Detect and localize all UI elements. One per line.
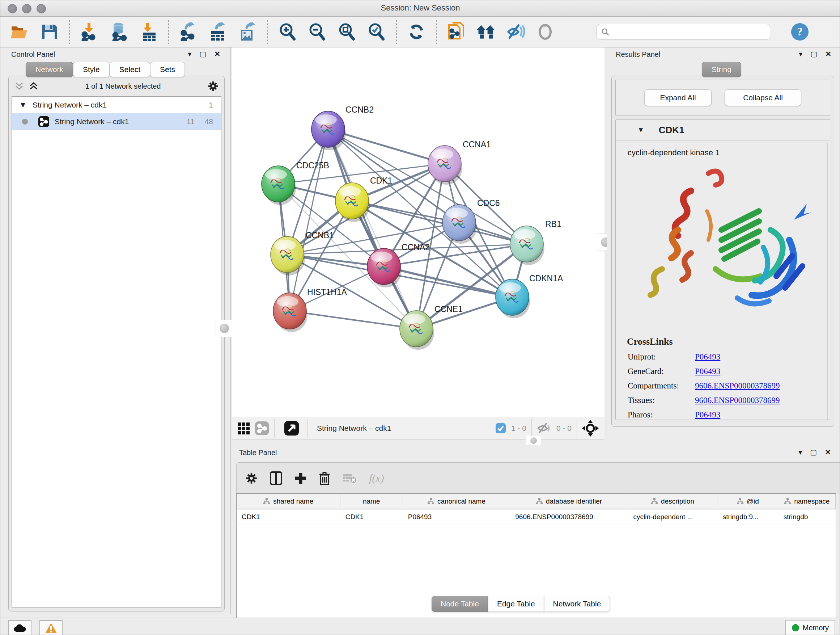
network-graph[interactable]: CCNB2CCNA1CDC25BCDK1CDC6RB1CCNB1CCNA2CDK…: [232, 48, 605, 417]
crosslink-link[interactable]: 9606.ENSP00000378699: [695, 396, 780, 405]
import-table-icon[interactable]: [139, 22, 158, 41]
cloud-icon: [14, 624, 26, 632]
control-panel-collapse-icon[interactable]: ▾: [188, 50, 191, 57]
export-table-icon[interactable]: [209, 22, 227, 41]
control-panel-close-icon[interactable]: ✕: [214, 50, 220, 57]
search-box[interactable]: [597, 24, 770, 40]
table-panel-close-icon[interactable]: ✕: [825, 448, 831, 456]
node-CDC6[interactable]: CDC6: [442, 198, 500, 244]
node-CDC25B[interactable]: CDC25B: [262, 161, 329, 205]
node-CDKN1A[interactable]: CDKN1A: [496, 274, 563, 318]
column-header-canonical-name[interactable]: canonical name: [403, 494, 510, 509]
open-session-icon[interactable]: [11, 22, 29, 41]
column-header-name[interactable]: name: [340, 494, 403, 509]
zoom-fit-icon[interactable]: [338, 22, 356, 41]
import-network-database-icon[interactable]: [110, 22, 128, 41]
warning-button[interactable]: [39, 620, 63, 635]
table-cell[interactable]: cyclin-dependent ...: [628, 509, 717, 524]
column-header-description[interactable]: description: [628, 494, 717, 509]
search-input[interactable]: [613, 27, 766, 36]
edge-HIST1H1A-CCNE1[interactable]: [290, 311, 416, 329]
table-cell[interactable]: stringdb:9...: [718, 509, 778, 524]
export-image-icon[interactable]: [238, 22, 257, 41]
tab-select[interactable]: Select: [110, 62, 150, 77]
control-panel-float-icon[interactable]: ▢: [199, 50, 206, 57]
expand-all-button[interactable]: Expand All: [644, 89, 712, 106]
tab-network-table[interactable]: Network Table: [544, 596, 610, 612]
control-panel-title: Control Panel: [11, 50, 55, 59]
disclosure-triangle-icon[interactable]: ▼: [19, 101, 27, 109]
bottom-splitter-handle[interactable]: [526, 436, 541, 445]
refresh-icon[interactable]: [407, 22, 426, 41]
collapse-all-button[interactable]: Collapse All: [725, 89, 801, 106]
node-RB1[interactable]: RB1: [510, 219, 561, 265]
birds-eye-view-icon[interactable]: [582, 420, 599, 437]
import-network-file-icon[interactable]: [80, 22, 99, 41]
crosslink-link[interactable]: 9606.ENSP00000378699: [695, 381, 780, 391]
table-cell[interactable]: CDK1: [340, 509, 403, 524]
column-header-shared-name[interactable]: shared name: [237, 494, 340, 509]
table-panel-collapse-icon[interactable]: ▾: [798, 448, 802, 456]
node-HIST1H1A[interactable]: HIST1H1A: [273, 287, 347, 332]
zoom-in-icon[interactable]: [278, 22, 297, 41]
selected-checkbox-icon[interactable]: [495, 423, 506, 434]
tab-string[interactable]: String: [702, 62, 741, 77]
help-icon[interactable]: ?: [790, 22, 809, 41]
column-header-@id[interactable]: @id: [717, 494, 778, 509]
gene-section-header[interactable]: ▼ CDK1: [616, 120, 830, 141]
results-panel-float-icon[interactable]: ▢: [810, 50, 817, 57]
crosslink-link[interactable]: P06493: [695, 352, 720, 362]
memory-button[interactable]: Memory: [785, 620, 835, 635]
edge-CCNB2-HIST1H1A[interactable]: [290, 129, 328, 311]
detach-view-icon[interactable]: [284, 421, 299, 436]
tab-sets[interactable]: Sets: [150, 62, 185, 77]
table-cell[interactable]: stringdb: [778, 509, 836, 524]
table-cell[interactable]: CDK1: [237, 509, 340, 524]
crosslink-link[interactable]: P06493: [695, 410, 720, 420]
cybrowser-home-icon[interactable]: [477, 22, 495, 41]
zoom-out-icon[interactable]: [308, 22, 327, 41]
node-CCNE1[interactable]: CCNE1: [400, 304, 463, 350]
network-collection-row[interactable]: ▼ String Network – cdk1 1: [12, 97, 221, 113]
tab-style[interactable]: Style: [73, 62, 110, 77]
show-columns-icon[interactable]: [270, 471, 282, 485]
save-session-icon[interactable]: [40, 22, 59, 41]
network-share-icon[interactable]: [255, 421, 269, 435]
left-splitter-handle[interactable]: [216, 320, 233, 337]
crosslink-label: Uniprot:: [628, 352, 695, 362]
delete-column-icon[interactable]: [319, 471, 330, 485]
tab-edge-table[interactable]: Edge Table: [488, 596, 544, 612]
gene-disclosure-icon[interactable]: ▼: [638, 126, 644, 134]
table-cell[interactable]: 9606.ENSP00000378699: [510, 509, 628, 524]
zoom-selected-icon[interactable]: [367, 22, 386, 41]
gear-icon[interactable]: [208, 81, 218, 92]
node-label-CCNB1: CCNB1: [306, 231, 334, 240]
table-cell[interactable]: P06493: [403, 509, 510, 524]
show-eye-icon[interactable]: [536, 22, 554, 41]
expand-all-icon[interactable]: [29, 81, 38, 91]
network-status-dot: [22, 119, 28, 125]
network-canvas[interactable]: CCNB2CCNA1CDC25BCDK1CDC6RB1CCNB1CCNA2CDK…: [232, 48, 605, 417]
tab-node-table[interactable]: Node Table: [431, 596, 488, 612]
crosslink-label: Pharos:: [628, 410, 695, 420]
hide-panel-eye-icon[interactable]: [506, 22, 525, 41]
add-column-icon[interactable]: [294, 472, 307, 485]
network-row[interactable]: String Network – cdk1 11 48: [12, 113, 221, 130]
tab-network[interactable]: Network: [26, 62, 73, 77]
cloud-button[interactable]: [8, 620, 32, 635]
results-panel-collapse-icon[interactable]: ▾: [799, 50, 802, 57]
results-panel-close-icon[interactable]: ✕: [825, 50, 831, 57]
table-row[interactable]: CDK1CDK1P064939606.ENSP00000378699cyclin…: [237, 509, 836, 525]
search-icon: [601, 27, 609, 36]
crosslink-link[interactable]: P06493: [695, 367, 720, 376]
column-header-database-identifier[interactable]: database identifier: [510, 494, 628, 509]
column-header-namespace[interactable]: namespace: [778, 494, 836, 509]
edge-CCNB2-CCNE1[interactable]: [328, 129, 416, 329]
table-gear-icon[interactable]: [245, 472, 257, 485]
share-document-icon[interactable]: [447, 22, 466, 41]
collapse-all-icon[interactable]: [14, 81, 24, 91]
table-panel-float-icon[interactable]: ▢: [810, 448, 817, 456]
node-CCNB2[interactable]: CCNB2: [311, 105, 374, 150]
grid-view-icon[interactable]: [238, 423, 249, 434]
export-network-icon[interactable]: [179, 22, 198, 41]
